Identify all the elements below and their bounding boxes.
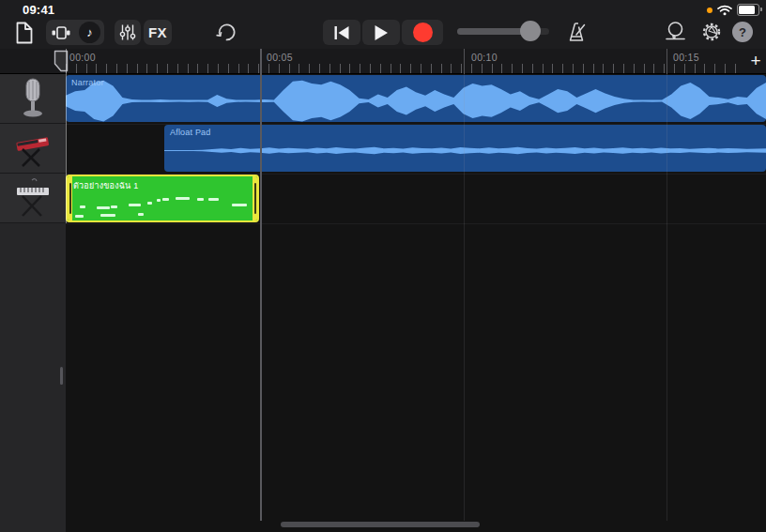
volume-slider-fill	[457, 28, 525, 35]
playhead-line	[66, 49, 67, 223]
status-icons	[707, 4, 759, 16]
question-mark-icon: ?	[732, 22, 753, 42]
tracks-lane-area[interactable]: Narrator Afloat Pad ตัวอย่างของฉัน 1	[66, 74, 766, 521]
midi-note	[138, 213, 144, 216]
rewind-icon	[333, 25, 350, 40]
vertical-scroll-indicator[interactable]	[60, 367, 63, 385]
red-synth-keyboard-icon	[11, 127, 54, 170]
music-note-icon: ♪	[79, 22, 100, 43]
my-songs-button[interactable]	[11, 20, 38, 46]
horizontal-scrollbar[interactable]	[281, 522, 480, 527]
midi-note	[129, 204, 141, 206]
fx-label: FX	[148, 24, 167, 40]
midi-note	[80, 205, 85, 208]
midi-region-selected[interactable]: ตัวอย่างของฉัน 1	[66, 175, 259, 222]
ruler-time-label: 00:10	[471, 52, 498, 63]
status-time: 09:41	[23, 3, 54, 17]
midi-note	[75, 215, 84, 218]
add-section-button[interactable]: +	[745, 50, 766, 72]
battery-icon	[737, 4, 759, 16]
grid-line	[666, 49, 667, 521]
settings-button[interactable]	[698, 19, 725, 45]
time-ruler[interactable]: 00:0000:0500:1000:15 +	[0, 49, 766, 74]
track-header-keyboard[interactable]	[0, 174, 66, 223]
play-icon	[374, 24, 389, 41]
record-icon	[413, 23, 433, 42]
microphone-icon	[15, 77, 51, 120]
lane-separator	[66, 223, 766, 224]
waveform	[164, 125, 766, 172]
midi-note	[197, 198, 204, 201]
midi-note	[162, 198, 169, 201]
ruler-time-label: 00:00	[69, 52, 96, 63]
midi-note	[232, 204, 247, 206]
volume-slider-knob[interactable]	[520, 21, 541, 41]
keyboard-on-stand-icon	[11, 176, 54, 220]
midi-note	[147, 202, 152, 205]
track-header-audio-recorder[interactable]	[0, 74, 66, 124]
metronome-button[interactable]	[564, 19, 590, 45]
region-label: Afloat Pad	[170, 128, 211, 137]
gear-icon	[700, 21, 723, 43]
wifi-icon	[717, 5, 732, 16]
mixer-sliders-icon	[119, 23, 136, 41]
play-button[interactable]	[362, 20, 400, 45]
region-trim-handle-left[interactable]	[68, 176, 72, 220]
sound-browser-button[interactable]: ♪	[75, 20, 104, 45]
midi-note	[157, 199, 161, 202]
audio-region-narrator[interactable]: Narrator	[66, 75, 766, 122]
audio-region-afloat-pad[interactable]: Afloat Pad	[164, 125, 766, 172]
playhead-handle[interactable]	[54, 50, 69, 72]
ruler-time-label: 00:15	[673, 52, 699, 63]
undo-button[interactable]	[213, 19, 239, 45]
region-trim-handle-right[interactable]	[253, 176, 257, 220]
midi-note	[208, 198, 219, 201]
grid-line	[464, 49, 465, 521]
view-segmented-control: ♪	[46, 20, 104, 45]
region-label: ตัวอย่างของฉัน 1	[73, 179, 138, 192]
waveform	[66, 75, 766, 122]
track-header-synth-pad[interactable]	[0, 124, 66, 174]
loop-browser-icon	[665, 21, 687, 43]
microphone-in-use-indicator-icon	[707, 8, 712, 13]
rewind-button[interactable]	[323, 20, 360, 45]
document-icon	[15, 22, 34, 44]
record-button[interactable]	[402, 20, 443, 45]
midi-note	[100, 214, 115, 217]
toolbar: 09:41	[0, 0, 766, 49]
section-boundary-line	[260, 49, 262, 521]
ruler-ticks	[66, 64, 738, 73]
tracks-view-icon	[51, 24, 71, 41]
region-label: Narrator	[71, 78, 104, 87]
metronome-icon	[566, 22, 589, 42]
track-header-column: +	[0, 74, 66, 532]
loop-browser-button[interactable]	[663, 19, 689, 45]
tracks-view-button[interactable]	[46, 20, 75, 45]
midi-note	[97, 206, 110, 209]
undo-arrow-icon	[215, 21, 237, 43]
midi-note	[111, 205, 117, 208]
ruler-time-label: 00:05	[267, 52, 293, 63]
fx-button[interactable]: FX	[144, 20, 172, 45]
midi-note	[176, 197, 190, 200]
track-controls-button[interactable]	[115, 20, 141, 45]
help-button[interactable]: ?	[732, 22, 753, 42]
garageband-app: 09:41	[0, 0, 766, 532]
